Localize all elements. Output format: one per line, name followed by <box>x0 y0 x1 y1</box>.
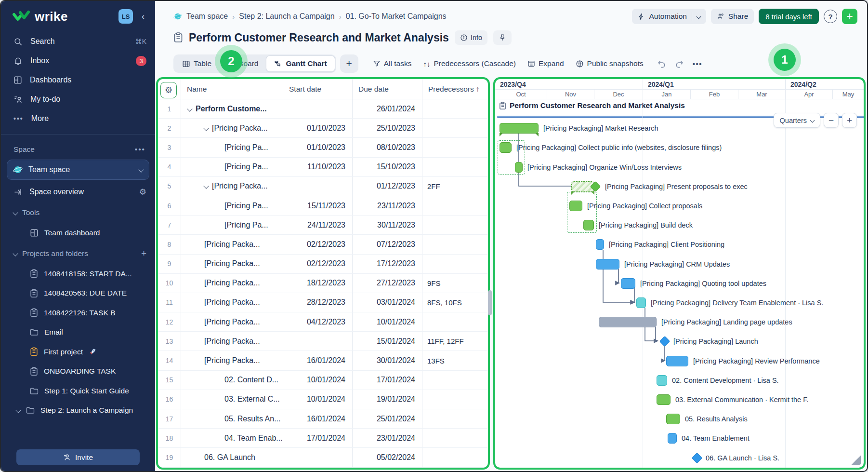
gantt-bar[interactable] <box>657 375 667 386</box>
create-button[interactable]: + <box>842 9 857 24</box>
help-button[interactable]: ? <box>824 10 837 23</box>
column-header-due-date[interactable]: Due date <box>353 79 422 99</box>
panel-divider-handle[interactable] <box>488 290 492 315</box>
predecessors-cell[interactable] <box>422 216 488 234</box>
share-button[interactable]: Share <box>711 9 754 24</box>
gantt-bar[interactable] <box>515 162 523 173</box>
gantt-bar[interactable] <box>666 414 680 424</box>
sidebar-collapse-icon[interactable]: ‹ <box>138 11 148 22</box>
task-name-cell[interactable]: [Pricing Pa... <box>181 138 283 157</box>
undo-icon[interactable] <box>657 59 666 68</box>
predecessors-cell[interactable] <box>422 119 488 137</box>
info-button[interactable]: Info <box>455 30 487 45</box>
sidebar-item-my-todo[interactable]: My to-do <box>1 90 155 109</box>
timescale-select[interactable]: Quarters <box>774 113 820 128</box>
due-date-cell[interactable]: 23/11/2023 <box>353 196 422 215</box>
start-date-cell[interactable]: 17/01/2024 <box>283 429 353 447</box>
table-row[interactable]: 6[Pricing Pa...15/11/202323/11/2023 <box>158 196 488 216</box>
due-date-cell[interactable]: 07/12/2023 <box>353 235 422 254</box>
due-date-cell[interactable]: 27/12/2023 <box>353 274 422 293</box>
task-name-cell[interactable]: 04. Team Enab... <box>181 429 283 447</box>
start-date-cell[interactable]: 15/11/2023 <box>283 196 353 215</box>
chevron-down-icon[interactable] <box>203 125 209 131</box>
start-date-cell[interactable]: 28/12/2023 <box>283 293 353 312</box>
sidebar-project-item[interactable]: Email <box>1 323 155 342</box>
chevron-down-icon[interactable] <box>187 106 192 111</box>
gantt-bar[interactable] <box>596 259 619 270</box>
space-settings-gear-icon[interactable]: ⚙ <box>139 187 146 197</box>
predecessors-cell[interactable] <box>422 390 488 409</box>
due-date-cell[interactable]: 23/01/2024 <box>353 429 422 447</box>
table-row[interactable]: 10[Pricing Packa...18/12/202327/12/20239… <box>158 274 488 293</box>
table-row[interactable]: 1906. GA Launch05/02/2024 <box>158 448 488 467</box>
gantt-bar[interactable] <box>500 123 539 134</box>
predecessors-cell[interactable] <box>422 312 488 331</box>
space-more-icon[interactable]: ••• <box>135 145 145 154</box>
sidebar-item-team-space[interactable]: Team space <box>7 160 149 180</box>
task-name-cell[interactable]: 02. Content D... <box>181 371 283 390</box>
predecessors-cell[interactable]: 8FS, 10FS <box>422 293 488 312</box>
sidebar-item-search[interactable]: Search⌘K <box>1 32 155 51</box>
add-project-icon[interactable]: + <box>141 248 146 259</box>
pin-button[interactable] <box>493 30 512 45</box>
due-date-cell[interactable]: 15/01/2024 <box>353 332 422 351</box>
due-date-cell[interactable]: 08/10/2023 <box>353 138 422 157</box>
table-row[interactable]: 1705. Results An...16/01/202425/01/2024 <box>158 409 488 429</box>
column-settings-gear-icon[interactable]: ⚙ <box>160 82 177 98</box>
due-date-cell[interactable]: 26/01/2024 <box>353 99 422 118</box>
resize-gripper[interactable] <box>850 454 861 465</box>
start-date-cell[interactable] <box>283 448 353 467</box>
add-view-button[interactable]: + <box>340 54 358 73</box>
due-date-cell[interactable]: 05/02/2024 <box>353 448 422 467</box>
gantt-bar[interactable] <box>636 297 646 308</box>
task-name-cell[interactable]: [Pricing Pa... <box>181 196 283 215</box>
table-row[interactable]: 12[Pricing Packa...04/12/202310/01/2024 <box>158 312 488 332</box>
task-name-cell[interactable]: [Pricing Packa... <box>181 177 283 196</box>
due-date-cell[interactable]: 17/12/2023 <box>353 255 422 273</box>
predecessors-cell[interactable]: 2FF <box>422 177 488 196</box>
filter-predecessors-cascade-[interactable]: ↑↓Predecessors (Cascade) <box>423 59 516 68</box>
breadcrumb-step2[interactable]: Step 2: Launch a Campaign <box>239 12 334 21</box>
due-date-cell[interactable]: 19/01/2024 <box>353 390 422 409</box>
task-name-cell[interactable]: [Pricing Packa... <box>181 119 283 137</box>
table-row[interactable]: 7[Pricing Pa...24/11/202330/11/2023 <box>158 216 488 235</box>
task-name-cell[interactable]: 06. GA Launch <box>181 448 283 467</box>
start-date-cell[interactable]: 18/12/2023 <box>283 274 353 293</box>
zoom-out-button[interactable]: − <box>824 113 839 128</box>
start-date-cell[interactable]: 24/11/2023 <box>283 216 353 234</box>
predecessors-cell[interactable]: 11FF, 12FF <box>422 332 488 351</box>
filter-all-tasks[interactable]: All tasks <box>373 59 412 68</box>
zoom-in-button[interactable]: + <box>842 113 857 128</box>
gantt-bar[interactable] <box>599 317 657 327</box>
start-date-cell[interactable]: 02/12/2023 <box>283 235 353 254</box>
column-header-predecessors[interactable]: Predecessors ↑ <box>422 79 488 99</box>
sidebar-item-inbox[interactable]: Inbox3 <box>1 51 155 70</box>
table-row[interactable]: 2[Pricing Packa...01/10/202325/10/2023 <box>158 119 488 138</box>
task-name-cell[interactable]: [Pricing Pa... <box>181 158 283 176</box>
predecessors-cell[interactable] <box>422 429 488 447</box>
predecessors-cell[interactable] <box>422 158 488 176</box>
filter-expand[interactable]: Expand <box>527 59 564 68</box>
due-date-cell[interactable]: 30/01/2024 <box>353 351 422 370</box>
tab-gantt-chart[interactable]: Gantt Chart <box>266 55 335 72</box>
avatar[interactable]: LS <box>118 9 133 24</box>
gantt-bar[interactable] <box>583 220 594 230</box>
breadcrumb-campaigns[interactable]: 01. Go-To Market Campaigns <box>346 12 447 21</box>
predecessors-cell[interactable] <box>422 448 488 467</box>
sidebar-project-item[interactable]: Step 2: Launch a Campaign <box>1 401 155 420</box>
chevron-down-icon[interactable] <box>203 184 209 189</box>
predecessors-cell[interactable] <box>422 371 488 390</box>
due-date-cell[interactable]: 15/10/2023 <box>353 158 422 176</box>
filter-public-snapshots[interactable]: Public snapshots <box>576 59 644 68</box>
trial-days-button[interactable]: 8 trial days left <box>759 9 819 24</box>
table-row[interactable]: 4[Pricing Pa...11/10/202315/10/2023 <box>158 158 488 177</box>
predecessors-cell[interactable] <box>422 235 488 254</box>
start-date-cell[interactable] <box>283 332 353 351</box>
start-date-cell[interactable]: 02/12/2023 <box>283 255 353 273</box>
task-name-cell[interactable]: Perform Custome... <box>181 99 283 118</box>
sidebar-item-dashboards[interactable]: Dashboards <box>1 70 155 90</box>
gantt-bar[interactable] <box>668 433 677 444</box>
start-date-cell[interactable]: 16/01/2024 <box>283 409 353 428</box>
task-name-cell[interactable]: [Pricing Packa... <box>181 351 283 370</box>
invite-button[interactable]: Invite <box>16 449 140 465</box>
